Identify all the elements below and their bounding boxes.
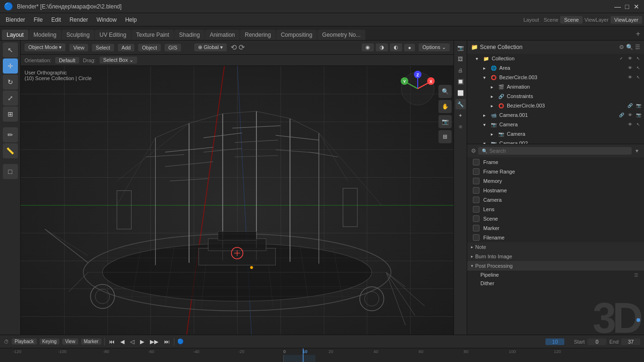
minimize-button[interactable]: — bbox=[614, 3, 621, 10]
outliner-item-camera001[interactable]: ▸ 📹 Camera.001 🔗 👁 📷 bbox=[467, 110, 644, 120]
prop-item-marker[interactable]: Marker bbox=[467, 223, 644, 233]
menu-help[interactable]: Help bbox=[121, 16, 140, 24]
maximize-button[interactable]: □ bbox=[623, 3, 631, 10]
outliner-item-bezier003b[interactable]: ▸ ⭕ BezierCircle.003 🔗 📷 bbox=[467, 101, 644, 110]
end-frame-input[interactable]: 37 bbox=[621, 338, 640, 345]
orientation-selector[interactable]: Default bbox=[55, 57, 79, 64]
view-menu-tl[interactable]: View bbox=[62, 338, 78, 345]
view-menu[interactable]: View bbox=[69, 44, 88, 51]
outliner-item-animation[interactable]: ▸ 🎬 Animation bbox=[467, 82, 644, 91]
close-button[interactable]: ✕ bbox=[633, 3, 640, 10]
gis-menu[interactable]: GIS bbox=[165, 44, 181, 51]
add-workspace-button[interactable]: + bbox=[634, 28, 642, 40]
outliner-filter-icon[interactable]: ⚙ bbox=[619, 44, 624, 50]
props-object-button[interactable]: ⬜ bbox=[455, 88, 466, 98]
options-button[interactable]: Options ⌄ bbox=[419, 43, 450, 51]
tab-shading[interactable]: Shading bbox=[174, 30, 205, 40]
prop-checkbox-lens[interactable] bbox=[473, 206, 479, 213]
outliner-item-area[interactable]: ▸ 🌐 Area 👁 ↖ bbox=[467, 63, 644, 73]
viewport-shading-wire[interactable]: ◉ bbox=[362, 43, 374, 51]
viewport-canvas[interactable]: User Orthographic (10) Scene Collection … bbox=[21, 66, 454, 335]
scale-tool[interactable]: ⤢ bbox=[3, 90, 18, 106]
timeline-ruler[interactable]: -120 -100 -80 -60 -40 -20 0 10 20 40 60 … bbox=[0, 348, 644, 362]
prop-item-memory[interactable]: Memory bbox=[467, 176, 644, 186]
prop-checkbox-scene[interactable] bbox=[473, 215, 479, 222]
select-menu[interactable]: Select bbox=[92, 44, 114, 51]
prop-checkbox-filename[interactable] bbox=[473, 234, 479, 241]
prop-item-frame[interactable]: Frame bbox=[467, 157, 644, 167]
jump-end-button[interactable]: ⏭ bbox=[163, 338, 171, 345]
item-cam2-icon[interactable]: 📷 bbox=[635, 111, 642, 119]
transform-tool[interactable]: ⊞ bbox=[3, 107, 18, 122]
titlebar-controls[interactable]: — □ ✕ bbox=[614, 3, 640, 10]
cursor-tool[interactable]: ↖ bbox=[3, 42, 18, 58]
item-eye-icon[interactable]: 👁 bbox=[626, 55, 634, 62]
scene-name[interactable]: Scene bbox=[560, 16, 582, 24]
props-physics-button[interactable]: ⚛ bbox=[455, 122, 466, 132]
prop-checkbox-hostname[interactable] bbox=[473, 187, 479, 194]
prop-item-hostname[interactable]: Hostname bbox=[467, 186, 644, 195]
viewport-shading-solid[interactable]: ◑ bbox=[376, 43, 388, 51]
prop-checkbox-marker[interactable] bbox=[473, 225, 479, 231]
outliner-item-bezier003[interactable]: ▾ ⭕ BezierCircle.003 👁 ↖ bbox=[467, 73, 644, 82]
outliner-options-icon[interactable]: ☰ bbox=[635, 44, 640, 50]
start-frame-input[interactable]: 0 bbox=[587, 338, 606, 345]
menu-blender[interactable]: Blender bbox=[2, 16, 29, 24]
prop-item-pipeline[interactable]: Pipeline ☰ bbox=[467, 271, 644, 279]
prop-checkbox-frame-range[interactable] bbox=[473, 168, 479, 175]
props-filter-icon[interactable]: ▾ bbox=[634, 148, 640, 154]
move-tool[interactable]: ✛ bbox=[3, 58, 18, 74]
properties-search-input[interactable] bbox=[489, 148, 628, 154]
prop-section-post-processing[interactable]: ▾ Post Processing bbox=[467, 261, 644, 271]
outliner-item-camera-group[interactable]: ▾ 📷 Camera 👁 ↖ bbox=[467, 120, 644, 129]
menu-file[interactable]: File bbox=[30, 16, 46, 24]
props-modifier-button[interactable]: 🔧 bbox=[455, 99, 466, 109]
object-mode-selector[interactable]: Object Mode ▾ bbox=[25, 43, 66, 51]
props-render-button[interactable]: 🖼 bbox=[455, 54, 466, 64]
camera-view-button[interactable]: 📷 bbox=[438, 115, 452, 128]
prop-item-camera[interactable]: Camera bbox=[467, 195, 644, 205]
tab-animation[interactable]: Animation bbox=[205, 30, 239, 40]
prop-item-dither[interactable]: Dither bbox=[467, 279, 644, 288]
item-link-icon2[interactable]: 🔗 bbox=[618, 111, 625, 119]
prop-checkbox-frame[interactable] bbox=[473, 159, 479, 165]
tab-layout[interactable]: Layout bbox=[2, 30, 28, 40]
menu-render[interactable]: Render bbox=[66, 16, 91, 24]
viewport-shading-material[interactable]: ◐ bbox=[390, 43, 402, 51]
menu-window[interactable]: Window bbox=[93, 16, 121, 24]
tab-texture-paint[interactable]: Texture Paint bbox=[132, 30, 174, 40]
outliner-item-camera002[interactable]: ▾ 📷 Camera.002 bbox=[467, 139, 644, 144]
play-back-button[interactable]: ◁ bbox=[129, 338, 136, 345]
props-scene-button[interactable]: 📷 bbox=[455, 42, 466, 53]
props-particles-button[interactable]: ✦ bbox=[455, 110, 466, 121]
tab-geometry-nodes[interactable]: Geometry No... bbox=[317, 30, 365, 40]
tab-sculpting[interactable]: Sculpting bbox=[62, 30, 94, 40]
item-visibility-icon[interactable]: ✓ bbox=[618, 55, 625, 62]
item-cursor-icon[interactable]: ↖ bbox=[635, 74, 642, 81]
viewlayer-name[interactable]: ViewLayer bbox=[611, 16, 642, 24]
item-eye-icon[interactable]: 👁 bbox=[626, 64, 634, 72]
keying-menu[interactable]: Keying bbox=[40, 338, 60, 345]
rotate-tool[interactable]: ↻ bbox=[3, 74, 18, 90]
item-cam-icon[interactable]: 📷 bbox=[635, 102, 642, 109]
add-box-tool[interactable]: □ bbox=[3, 164, 18, 179]
menu-edit[interactable]: Edit bbox=[48, 16, 65, 24]
prop-section-burn[interactable]: ▸ Burn Into Image bbox=[467, 252, 644, 261]
item-cursor-icon[interactable]: ↖ bbox=[635, 55, 642, 62]
outliner-item-constraints[interactable]: ▸ 🔗 Constraints bbox=[467, 91, 644, 101]
add-menu[interactable]: Add bbox=[118, 44, 135, 51]
prop-checkbox-memory[interactable] bbox=[473, 178, 479, 184]
outliner-item-camera-child[interactable]: ▸ 📷 Camera bbox=[467, 129, 644, 139]
pipeline-options-icon[interactable]: ☰ bbox=[634, 272, 638, 278]
tab-uv-editing[interactable]: UV Editing bbox=[95, 30, 131, 40]
prop-item-lens[interactable]: Lens bbox=[467, 205, 644, 214]
playback-menu[interactable]: Playback bbox=[12, 338, 37, 345]
transform-global[interactable]: ⊕ Global ▾ bbox=[194, 43, 227, 51]
jump-start-button[interactable]: ⏮ bbox=[107, 338, 116, 345]
annotate-tool[interactable]: ✏ bbox=[3, 127, 18, 142]
current-frame-display[interactable]: 10 bbox=[545, 338, 564, 345]
prop-section-note[interactable]: ▸ Note bbox=[467, 242, 644, 252]
item-cam3-icon[interactable]: ↖ bbox=[635, 121, 642, 128]
props-view-button[interactable]: 🔲 bbox=[455, 76, 466, 87]
props-output-button[interactable]: 🖨 bbox=[455, 65, 466, 75]
